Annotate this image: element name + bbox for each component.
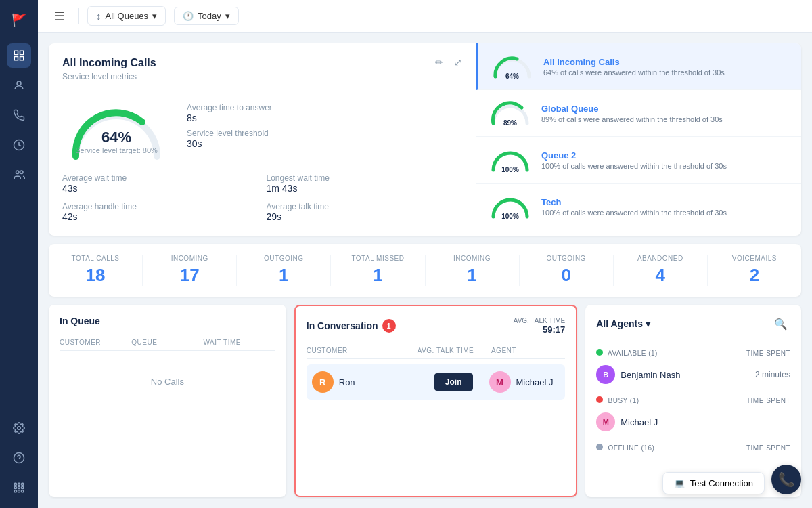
metric-avg-talk: Average talk time 29s — [267, 202, 463, 222]
in-conversation-header: In Conversation 1 AVG. TALK TIME 59:17 — [307, 317, 566, 335]
sidebar-item-dashboard[interactable] — [7, 43, 31, 68]
customer-avatar: R — [312, 371, 334, 393]
queue-info-all: All Incoming Calls 64% of calls were ans… — [543, 57, 788, 77]
offline-status-dot — [596, 444, 603, 450]
topbar-divider — [78, 8, 79, 24]
agents-title[interactable]: All Agents ▾ — [596, 318, 650, 329]
svg-rect-14 — [14, 487, 16, 489]
in-conversation-panel: In Conversation 1 AVG. TALK TIME 59:17 C… — [294, 305, 578, 497]
svg-rect-15 — [18, 487, 20, 489]
agents-available-section: AVAILABLE (1) TIME SPENT B Benjamin Nash… — [585, 343, 801, 391]
join-button[interactable]: Join — [434, 373, 473, 391]
sidebar-item-history[interactable] — [7, 133, 31, 157]
join-btn-cell: Join — [418, 373, 489, 391]
in-queue-title: In Queue — [60, 316, 100, 326]
test-connection-button[interactable]: 💻 Test Connection — [662, 472, 765, 494]
svg-rect-18 — [18, 490, 20, 492]
in-queue-table-header: CUSTOMER QUEUE WAIT TIME — [60, 335, 275, 351]
sidebar-item-apps[interactable] — [7, 475, 31, 500]
queue-gauge-global: 89% — [490, 100, 531, 127]
edit-icon[interactable]: ✏ — [435, 57, 443, 68]
queue-info-global: Global Queue 89% of calls were answered … — [541, 104, 788, 123]
queue-gauge-all: 64% — [492, 53, 533, 80]
conversation-row: R Ron Join M Michael J — [307, 364, 566, 400]
stat-threshold-label: Service level threshold — [187, 129, 272, 138]
svg-rect-0 — [14, 51, 18, 54]
stat-total-calls: TOTAL CALLS 18 — [49, 255, 143, 286]
agent-name-benjamin: Benjamin Nash — [621, 370, 680, 380]
offline-time-label: TIME SPENT — [746, 444, 790, 452]
sidebar-item-team[interactable] — [7, 163, 31, 187]
agents-dropdown-icon: ▾ — [646, 318, 650, 329]
avg-talk-label: AVG. TALK TIME — [514, 317, 566, 324]
agent-name: Michael J — [516, 377, 554, 387]
metrics-left-panel: All Incoming Calls Service level metrics… — [49, 43, 476, 236]
stat-threshold: Service level threshold 30s — [187, 129, 272, 149]
time-selector[interactable]: 🕐 Today ▾ — [174, 7, 239, 25]
expand-icon[interactable]: ⤢ — [454, 57, 462, 68]
agents-search-button[interactable]: 🔍 — [771, 314, 790, 333]
queue-name-tech: Tech — [541, 197, 788, 207]
gauge-stats: Average time to answer 8s Service level … — [187, 103, 272, 149]
queue-gauge-tech: 100% — [490, 193, 531, 220]
sidebar-item-settings[interactable] — [7, 416, 31, 440]
metric-avg-handle: Average handle time 42s — [62, 202, 258, 222]
gauge-chart: 64% Service level target: 80% — [62, 92, 171, 160]
in-queue-panel: In Queue CUSTOMER QUEUE WAIT TIME No Cal… — [49, 305, 286, 497]
sidebar-item-calls[interactable] — [7, 103, 31, 127]
agents-busy-section: BUSY (1) TIME SPENT M Michael J — [585, 391, 801, 438]
svg-point-6 — [16, 171, 20, 174]
menu-button[interactable]: ☰ — [49, 6, 70, 26]
col-queue: QUEUE — [131, 339, 203, 346]
content-area: All Incoming Calls Service level metrics… — [38, 33, 812, 508]
queue-info-queue2: Queue 2 100% of calls were answered with… — [541, 150, 788, 170]
agents-header: All Agents ▾ 🔍 — [585, 305, 801, 343]
metric-avg-wait: Average wait time 43s — [62, 173, 258, 194]
available-section-label: AVAILABLE (1) TIME SPENT — [596, 349, 790, 357]
svg-rect-11 — [14, 483, 16, 485]
customer-name: Ron — [339, 377, 355, 387]
queue-item-queue2[interactable]: 100% Queue 2 100% of calls were answered… — [476, 137, 801, 184]
agent-row-michael: M Michael J — [596, 408, 790, 436]
stat-outgoing: OUTGOING 1 — [237, 255, 331, 286]
stat-outgoing-missed-value: 0 — [520, 265, 613, 286]
queue-desc-queue2: 100% of calls were answered within the t… — [541, 162, 788, 170]
stat-total-calls-value: 18 — [49, 265, 142, 286]
stat-incoming-missed: INCOMING 1 — [426, 255, 520, 286]
phone-float-button[interactable]: 📞 — [771, 465, 801, 494]
conv-customer-info: R Ron — [312, 371, 418, 393]
no-calls-text: No Calls — [60, 356, 275, 407]
col-wait-time: WAIT TIME — [204, 339, 275, 346]
stat-avg-answer: Average time to answer 8s — [187, 103, 272, 123]
agent-avatar-michael: M — [596, 412, 615, 431]
conv-col-talk-time: AVG. TALK TIME — [418, 347, 491, 354]
svg-rect-16 — [22, 487, 24, 489]
metrics-bottom-stats: Average wait time 43s Longest wait time … — [62, 173, 462, 222]
gauge-target-label: Service level target: 80% — [75, 146, 158, 154]
metrics-title: All Incoming Calls — [62, 57, 156, 69]
busy-status-dot — [596, 396, 603, 403]
logo-icon: 🚩 — [7, 8, 31, 33]
conv-agent-info: M Michael J — [489, 371, 560, 393]
queue-item-tech[interactable]: 100% Tech 100% of calls were answered wi… — [476, 184, 801, 230]
test-conn-icon: 💻 — [674, 478, 685, 488]
avg-talk-time-val: 59:17 — [514, 324, 566, 335]
search-icon: 🔍 — [774, 318, 788, 331]
queue-item-global[interactable]: 89% Global Queue 89% of calls were answe… — [476, 90, 801, 137]
sidebar-item-help[interactable] — [7, 446, 31, 470]
conv-title-group: In Conversation 1 — [307, 319, 396, 333]
queue-selector[interactable]: ↕ All Queues ▾ — [87, 6, 166, 26]
metric-longest-wait: Longest wait time 1m 43s — [267, 173, 463, 194]
stat-total-missed: TOTAL MISSED 1 — [331, 255, 425, 286]
queue-item-all-incoming[interactable]: 64% All Incoming Calls 64% of calls were… — [476, 43, 801, 90]
agent-info-michael: M Michael J — [596, 412, 658, 431]
svg-point-8 — [18, 427, 21, 430]
agents-panel: All Agents ▾ 🔍 AVAILABLE (1) TIME SP — [585, 305, 801, 497]
stat-threshold-val: 30s — [187, 138, 272, 149]
offline-label-text: OFFLINE (16) — [596, 444, 654, 452]
svg-rect-13 — [22, 483, 24, 485]
bottom-panels: In Queue CUSTOMER QUEUE WAIT TIME No Cal… — [49, 305, 801, 497]
sidebar-item-contacts[interactable] — [7, 73, 31, 98]
busy-time-label: TIME SPENT — [746, 397, 790, 404]
agents-title-label: All Agents — [596, 318, 643, 329]
